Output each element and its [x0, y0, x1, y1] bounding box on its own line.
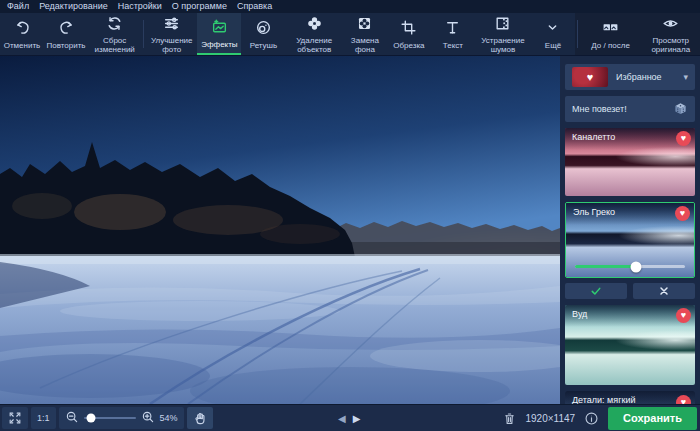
status-bar-right: 1920×1147 Сохранить: [502, 407, 699, 430]
tool-label: Эффекты: [201, 40, 237, 49]
tool-label: Удаление объектов: [291, 36, 336, 54]
tool-more[interactable]: Ещё: [531, 13, 575, 55]
status-bar: 1:1 54% ◀ ▶ 1920×1147 Сохранить: [0, 404, 700, 431]
effect-card-elgreco-selected[interactable]: Эль Греко ♥: [565, 202, 695, 278]
actual-size-label: 1:1: [37, 413, 50, 423]
zoom-level-value: 54%: [160, 413, 178, 423]
toolbar-divider: [143, 20, 144, 48]
effects-icon: [211, 18, 228, 37]
tool-label: Устранение шумов: [481, 36, 525, 54]
before-after-icon: [602, 19, 619, 38]
menu-bar: Файл Редактирование Настройки О программ…: [0, 0, 700, 13]
trash-icon: [502, 411, 517, 426]
favorite-heart-button[interactable]: ♥: [676, 395, 691, 404]
lucky-label: Мне повезет!: [572, 104, 673, 114]
toolbar: Отменить Повторить Сброс изменений Улучш…: [0, 13, 700, 56]
menu-about[interactable]: О программе: [169, 0, 234, 13]
tool-effects[interactable]: Эффекты: [197, 13, 241, 55]
chevron-down-icon: ▾: [683, 72, 688, 82]
effect-card-wood[interactable]: Вуд ♥: [565, 305, 695, 385]
tool-label: Ещё: [545, 41, 561, 50]
reset-changes-button[interactable]: Сброс изменений: [88, 13, 141, 55]
heart-icon: ♥: [587, 72, 594, 83]
tool-crop[interactable]: Обрезка: [387, 13, 431, 55]
previous-photo-button[interactable]: ◀: [338, 413, 346, 424]
undo-button[interactable]: Отменить: [0, 13, 44, 55]
hand-icon: [193, 411, 207, 425]
tool-label: Ретушь: [250, 41, 278, 50]
hand-tool-button[interactable]: [187, 407, 213, 429]
tool-denoise[interactable]: Устранение шумов: [475, 13, 531, 55]
chevron-down-icon: [544, 19, 561, 38]
tool-enhance-photo[interactable]: Улучшение фото: [146, 13, 197, 55]
tool-background-replace[interactable]: Замена фона: [343, 13, 387, 55]
view-original-button[interactable]: Просмотр оригинала: [642, 13, 700, 55]
menu-settings[interactable]: Настройки: [115, 0, 169, 13]
before-after-button[interactable]: До / после: [580, 13, 642, 55]
zoom-in-button[interactable]: [141, 410, 155, 426]
reset-icon: [106, 15, 123, 34]
tool-label: Просмотр оригинала: [648, 36, 694, 54]
effect-card-details-soft[interactable]: Детали: мягкий ♥: [565, 391, 695, 404]
photo-navigation: ◀ ▶: [338, 405, 360, 431]
effect-category-dropdown[interactable]: ♥ Избранное ▾: [565, 64, 695, 90]
menu-help[interactable]: Справка: [234, 0, 279, 13]
menu-file[interactable]: Файл: [4, 0, 36, 13]
info-icon: [584, 411, 599, 426]
reset-label: Сброс изменений: [94, 36, 135, 54]
image-size-value: 1920×1147: [526, 413, 576, 424]
effect-card-canaletto[interactable]: Каналетто ♥: [565, 128, 695, 196]
sliders-icon: [163, 15, 180, 34]
redo-button[interactable]: Повторить: [44, 13, 88, 55]
redo-label: Повторить: [46, 41, 85, 50]
close-icon: [658, 285, 670, 297]
dice-icon: [673, 101, 688, 118]
feeling-lucky-button[interactable]: Мне повезет!: [565, 96, 695, 122]
tool-label: Обрезка: [393, 41, 424, 50]
actual-size-button[interactable]: 1:1: [31, 407, 56, 429]
next-photo-button[interactable]: ▶: [353, 413, 361, 424]
undo-icon: [14, 19, 31, 38]
effect-intensity-slider[interactable]: [575, 265, 685, 268]
favorites-category-thumb: ♥: [572, 67, 608, 87]
redo-icon: [58, 19, 75, 38]
tool-text[interactable]: Текст: [431, 13, 475, 55]
menu-edit[interactable]: Редактирование: [36, 0, 115, 13]
favorite-heart-button[interactable]: ♥: [676, 131, 691, 146]
zoom-controls: 54%: [59, 407, 184, 429]
zoom-slider[interactable]: [84, 417, 136, 419]
undo-label: Отменить: [4, 41, 41, 50]
background-replace-icon: [356, 15, 373, 34]
save-button[interactable]: Сохранить: [608, 407, 697, 430]
tool-retouch[interactable]: Ретушь: [241, 13, 285, 55]
delete-photo-button[interactable]: [502, 411, 517, 426]
toolbar-divider: [577, 20, 578, 48]
info-button[interactable]: [584, 411, 599, 426]
tool-label: Замена фона: [349, 36, 381, 54]
object-removal-icon: [306, 15, 323, 34]
check-icon: [590, 285, 602, 297]
crop-icon: [400, 19, 417, 38]
favorite-heart-button[interactable]: ♥: [675, 206, 690, 221]
effect-confirm-row: [565, 283, 695, 299]
effects-sidebar: ♥ Избранное ▾ Мне повезет! Каналетто ♥ Э…: [560, 56, 700, 404]
tool-label: До / после: [591, 41, 630, 50]
toolbar-view-group: До / после Просмотр оригинала: [575, 13, 700, 55]
expand-icon: [8, 411, 22, 425]
eye-icon: [662, 15, 679, 34]
tool-label: Улучшение фото: [151, 36, 193, 54]
tool-object-removal[interactable]: Удаление объектов: [285, 13, 342, 55]
slider-knob[interactable]: [630, 261, 641, 272]
favorite-heart-button[interactable]: ♥: [676, 308, 691, 323]
denoise-icon: [494, 15, 511, 34]
photo-canvas[interactable]: [0, 56, 560, 404]
category-label: Избранное: [616, 72, 683, 82]
slider-fill: [575, 265, 636, 268]
winter-landscape-photo: [0, 56, 560, 404]
zoom-out-button[interactable]: [65, 410, 79, 426]
apply-effect-button[interactable]: [565, 283, 627, 299]
cancel-effect-button[interactable]: [633, 283, 695, 299]
zoom-slider-knob[interactable]: [87, 414, 96, 423]
fit-to-screen-button[interactable]: [2, 407, 28, 429]
retouch-icon: [255, 19, 272, 38]
